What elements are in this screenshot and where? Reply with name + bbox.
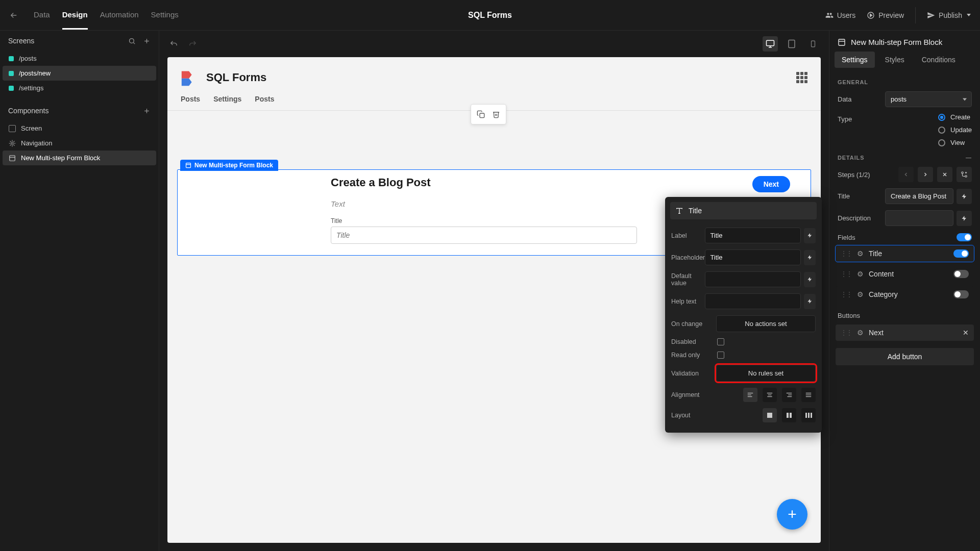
field-content-toggle[interactable]	[953, 270, 969, 278]
field-title-toggle[interactable]	[953, 249, 969, 258]
pp-readonly-checkbox[interactable]	[717, 352, 724, 359]
nav-settings[interactable]: Settings	[151, 1, 179, 30]
add-button[interactable]: Add button	[836, 348, 974, 365]
desc-bolt[interactable]	[957, 211, 972, 226]
desc-input[interactable]	[885, 210, 953, 226]
tab-posts-1[interactable]: Posts	[181, 95, 200, 103]
app-logo-icon	[181, 68, 199, 87]
component-screen[interactable]: Screen	[3, 121, 156, 136]
duplicate-icon[interactable]	[474, 108, 487, 121]
pp-placeholder-bolt[interactable]	[804, 250, 816, 265]
selection-chip[interactable]: New Multi-step Form Block	[180, 160, 278, 171]
desc-label: Description	[838, 214, 871, 222]
svg-rect-13	[789, 40, 795, 48]
field-category[interactable]: ⋮⋮⚙Category	[836, 286, 974, 303]
chevron-down-icon	[967, 14, 971, 16]
preview-button[interactable]: Preview	[867, 11, 904, 19]
align-justify-icon[interactable]	[801, 388, 816, 402]
tab-settings[interactable]: Settings	[213, 95, 241, 103]
pp-label-bolt[interactable]	[804, 228, 816, 243]
apps-grid-icon[interactable]	[796, 72, 807, 83]
redo-icon[interactable]	[188, 40, 197, 48]
device-desktop[interactable]	[763, 36, 778, 52]
radio-update[interactable]: Update	[938, 126, 972, 134]
svg-rect-8	[10, 155, 15, 161]
layout-1col-icon[interactable]	[763, 408, 777, 422]
undo-icon[interactable]	[169, 40, 178, 48]
field-name-input[interactable]: Title	[670, 202, 817, 219]
tab-settings[interactable]: Settings	[835, 52, 875, 68]
title-input[interactable]	[885, 188, 953, 204]
title-bolt[interactable]	[957, 189, 972, 204]
users-button[interactable]: Users	[825, 11, 856, 19]
next-button[interactable]: Next	[752, 176, 790, 192]
add-component-icon[interactable]	[143, 107, 151, 115]
align-right-icon[interactable]	[782, 388, 796, 402]
button-next-card[interactable]: ⋮⋮⚙Next ✕	[836, 324, 974, 341]
delete-icon[interactable]	[489, 108, 503, 121]
component-multistep-form[interactable]: New Multi-step Form Block	[3, 151, 156, 165]
collapse-icon[interactable]: —	[966, 155, 972, 161]
add-fab[interactable]: +	[777, 499, 807, 530]
tab-posts-2[interactable]: Posts	[255, 95, 274, 103]
device-tablet[interactable]	[784, 36, 799, 52]
screen-settings[interactable]: /settings	[3, 81, 156, 95]
device-mobile[interactable]	[805, 36, 821, 52]
step-prev[interactable]	[898, 167, 914, 182]
align-left-icon[interactable]	[743, 388, 757, 402]
data-select[interactable]: posts	[885, 91, 972, 107]
radio-create[interactable]: Create	[938, 113, 972, 121]
form-icon	[838, 38, 846, 46]
pp-validation-button[interactable]: No rules set	[716, 365, 816, 382]
field-title[interactable]: ⋮⋮⚙Title	[836, 245, 974, 262]
svg-point-23	[965, 176, 967, 178]
back-icon[interactable]	[9, 11, 18, 20]
component-navigation[interactable]: Navigation	[3, 136, 156, 151]
add-screen-icon[interactable]	[143, 37, 151, 45]
nav-data[interactable]: Data	[34, 1, 50, 30]
pp-default-input[interactable]	[705, 271, 801, 287]
pp-default-bolt[interactable]	[804, 272, 816, 287]
tab-styles[interactable]: Styles	[878, 52, 912, 68]
step-remove[interactable]	[937, 167, 952, 182]
tab-conditions[interactable]: Conditions	[915, 52, 963, 68]
layout-3col-icon[interactable]	[801, 408, 816, 422]
drag-handle-icon[interactable]: ⋮⋮	[841, 291, 852, 298]
radio-view[interactable]: View	[938, 139, 972, 146]
pp-placeholder-input[interactable]	[705, 249, 801, 265]
search-icon[interactable]	[128, 37, 136, 45]
pp-layout-label: Layout	[671, 412, 716, 419]
pp-placeholder-label: Placeholder	[671, 254, 705, 261]
title-field-input[interactable]	[331, 227, 637, 244]
screen-posts[interactable]: /posts	[3, 51, 156, 66]
drag-handle-icon[interactable]: ⋮⋮	[841, 250, 852, 257]
gear-icon[interactable]: ⚙	[857, 270, 864, 278]
gear-icon[interactable]: ⚙	[857, 290, 864, 298]
drag-handle-icon[interactable]: ⋮⋮	[841, 270, 852, 278]
step-add[interactable]	[957, 167, 972, 182]
screen-posts-new[interactable]: /posts/new	[3, 66, 156, 81]
drag-handle-icon[interactable]: ⋮⋮	[841, 329, 852, 336]
align-center-icon[interactable]	[763, 388, 777, 402]
nav-design[interactable]: Design	[62, 1, 88, 30]
fields-master-toggle[interactable]	[957, 233, 972, 241]
step-next[interactable]	[918, 167, 933, 182]
pp-disabled-checkbox[interactable]	[717, 338, 724, 345]
users-label: Users	[837, 11, 856, 19]
pp-label-label: Label	[671, 232, 705, 239]
field-content[interactable]: ⋮⋮⚙Content	[836, 266, 974, 282]
nav-automation[interactable]: Automation	[100, 1, 139, 30]
publish-button[interactable]: Publish	[927, 11, 971, 19]
pp-label-input[interactable]	[705, 228, 801, 243]
screen-icon	[9, 125, 16, 132]
field-category-toggle[interactable]	[953, 290, 969, 298]
pp-help-bolt[interactable]	[804, 294, 816, 309]
form-icon	[9, 155, 16, 162]
pp-help-input[interactable]	[705, 293, 801, 309]
selection-toolbar	[471, 104, 506, 124]
gear-icon[interactable]: ⚙	[857, 249, 864, 258]
pp-onchange-button[interactable]: No actions set	[716, 315, 816, 332]
gear-icon[interactable]: ⚙	[857, 329, 864, 337]
layout-2col-icon[interactable]	[782, 408, 796, 422]
remove-button-icon[interactable]: ✕	[963, 329, 969, 337]
